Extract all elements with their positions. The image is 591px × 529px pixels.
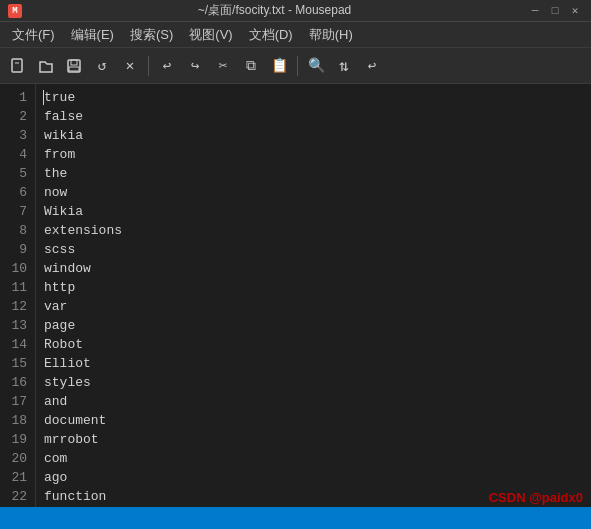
window-title: ~/桌面/fsocity.txt - Mousepad [22,2,527,19]
window-controls: ─ □ ✕ [527,3,583,19]
close-button[interactable]: ✕ [567,3,583,19]
code-line-17: and [44,392,583,411]
cut-button[interactable]: ✂ [211,54,235,78]
line-number-10: 10 [4,259,27,278]
code-area[interactable]: truefalsewikiafromthenowWikiaextensionss… [36,84,591,507]
line-number-9: 9 [4,240,27,259]
maximize-button[interactable]: □ [547,3,563,19]
new-file-button[interactable] [6,54,30,78]
code-line-2: false [44,107,583,126]
open-button[interactable] [34,54,58,78]
code-line-12: var [44,297,583,316]
undo-button[interactable]: ↩ [155,54,179,78]
svg-rect-2 [68,60,80,72]
line-number-2: 2 [4,107,27,126]
code-line-21: ago [44,468,583,487]
find-button[interactable]: 🔍 [304,54,328,78]
editor: 1234567891011121314151617181920212223 tr… [0,84,591,507]
line-number-18: 18 [4,411,27,430]
menu-item-s[interactable]: 搜索(S) [122,24,181,46]
line-number-21: 21 [4,468,27,487]
line-number-22: 22 [4,487,27,506]
toolbar: ↺ ✕ ↩ ↪ ✂ ⧉ 📋 🔍 ⇅ ↩ [0,48,591,84]
line-number-1: 1 [4,88,27,107]
line-number-4: 4 [4,145,27,164]
code-line-14: Robot [44,335,583,354]
title-bar: M ~/桌面/fsocity.txt - Mousepad ─ □ ✕ [0,0,591,22]
svg-rect-4 [69,67,79,71]
code-line-7: Wikia [44,202,583,221]
code-line-4: from [44,145,583,164]
code-line-6: now [44,183,583,202]
svg-rect-0 [12,59,22,72]
line-number-20: 20 [4,449,27,468]
code-line-15: Elliot [44,354,583,373]
watermark: CSDN @paidx0 [489,490,583,505]
code-line-13: page [44,316,583,335]
toolbar-separator-1 [148,56,149,76]
line-number-11: 11 [4,278,27,297]
minimize-button[interactable]: ─ [527,3,543,19]
line-number-3: 3 [4,126,27,145]
menu-item-d[interactable]: 文档(D) [241,24,301,46]
paste-button[interactable]: 📋 [267,54,291,78]
line-number-12: 12 [4,297,27,316]
code-line-20: com [44,449,583,468]
line-number-17: 17 [4,392,27,411]
line-number-6: 6 [4,183,27,202]
find-replace-button[interactable]: ⇅ [332,54,356,78]
code-line-10: window [44,259,583,278]
redo-button[interactable]: ↪ [183,54,207,78]
line-number-15: 15 [4,354,27,373]
menu-item-f[interactable]: 文件(F) [4,24,63,46]
code-line-8: extensions [44,221,583,240]
code-line-11: http [44,278,583,297]
code-line-3: wikia [44,126,583,145]
menu-item-h[interactable]: 帮助(H) [301,24,361,46]
code-line-23: eps1 [44,506,583,507]
menu-item-v[interactable]: 视图(V) [181,24,240,46]
line-number-7: 7 [4,202,27,221]
close-file-button[interactable]: ✕ [118,54,142,78]
app-icon: M [8,4,22,18]
line-number-19: 19 [4,430,27,449]
status-bar [0,507,591,529]
code-line-18: document [44,411,583,430]
jump-button[interactable]: ↩ [360,54,384,78]
line-number-13: 13 [4,316,27,335]
line-numbers: 1234567891011121314151617181920212223 [0,84,36,507]
toolbar-separator-2 [297,56,298,76]
code-line-5: the [44,164,583,183]
line-number-23: 23 [4,506,27,507]
line-number-8: 8 [4,221,27,240]
menu-item-e[interactable]: 编辑(E) [63,24,122,46]
save-as-button[interactable] [62,54,86,78]
menu-bar: 文件(F)编辑(E)搜索(S)视图(V)文档(D)帮助(H) [0,22,591,48]
code-line-9: scss [44,240,583,259]
reload-button[interactable]: ↺ [90,54,114,78]
code-line-16: styles [44,373,583,392]
code-line-19: mrrobot [44,430,583,449]
line-number-14: 14 [4,335,27,354]
copy-button[interactable]: ⧉ [239,54,263,78]
line-number-5: 5 [4,164,27,183]
line-number-16: 16 [4,373,27,392]
code-line-1: true [44,88,583,107]
